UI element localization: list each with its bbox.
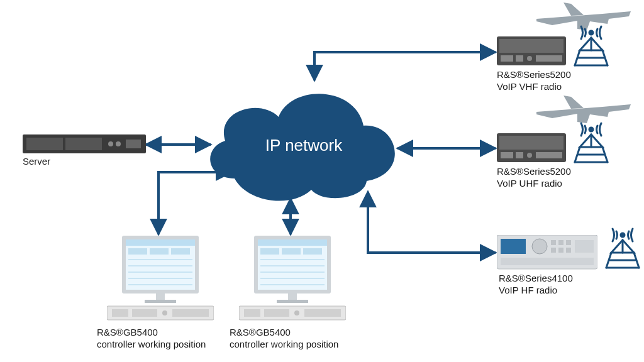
product-name: R&S®Series5200 <box>497 166 571 177</box>
svg-point-85 <box>621 233 625 237</box>
antenna-icon <box>602 226 643 269</box>
product-desc: controller working position <box>230 339 338 349</box>
radio-device-hf <box>497 235 597 270</box>
controller-label: R&S®GB5400 controller working position <box>97 327 206 351</box>
radio-device <box>497 36 566 67</box>
svg-rect-21 <box>145 300 176 303</box>
svg-rect-60 <box>516 152 523 158</box>
svg-point-61 <box>527 153 532 158</box>
svg-point-7 <box>116 141 121 146</box>
product-name: R&S®Series5200 <box>497 69 571 80</box>
svg-rect-41 <box>244 309 260 317</box>
svg-rect-32 <box>303 248 322 255</box>
svg-rect-74 <box>566 240 571 245</box>
svg-rect-29 <box>258 239 327 246</box>
svg-rect-59 <box>501 152 513 158</box>
svg-rect-28 <box>258 239 327 290</box>
cloud-label: IP network <box>263 136 345 155</box>
product-desc: VoIP HF radio <box>499 285 557 295</box>
svg-point-25 <box>162 310 167 315</box>
svg-rect-73 <box>558 240 564 245</box>
server-device <box>23 134 146 155</box>
svg-rect-62 <box>536 152 562 158</box>
svg-point-49 <box>527 56 532 61</box>
radio-device <box>497 133 566 163</box>
airplane-icon <box>533 93 634 124</box>
svg-rect-8 <box>126 140 141 148</box>
svg-rect-76 <box>558 248 564 253</box>
svg-rect-72 <box>551 240 556 245</box>
svg-rect-10 <box>126 239 195 290</box>
svg-point-6 <box>108 141 113 146</box>
svg-rect-50 <box>536 55 562 62</box>
svg-point-71 <box>532 239 547 254</box>
svg-rect-44 <box>304 309 341 317</box>
svg-rect-70 <box>501 239 526 254</box>
svg-rect-26 <box>172 309 209 317</box>
svg-rect-79 <box>501 258 594 265</box>
svg-rect-42 <box>264 309 289 317</box>
svg-rect-11 <box>126 239 195 246</box>
svg-rect-14 <box>171 248 190 255</box>
radio-label: R&S®Series5200 VoIP VHF radio <box>497 69 571 93</box>
product-name: R&S®GB5400 <box>97 327 158 337</box>
svg-point-43 <box>294 310 299 315</box>
product-desc: VoIP UHF radio <box>497 178 562 189</box>
svg-rect-39 <box>277 300 308 303</box>
svg-point-56 <box>589 31 593 35</box>
product-name: R&S®GB5400 <box>230 327 291 337</box>
svg-rect-47 <box>501 55 513 62</box>
svg-rect-24 <box>132 309 157 317</box>
svg-rect-30 <box>260 248 279 255</box>
svg-rect-38 <box>288 293 297 300</box>
svg-rect-4 <box>26 138 63 150</box>
svg-rect-13 <box>150 248 169 255</box>
radio-label: R&S®Series5200 VoIP UHF radio <box>497 166 571 190</box>
product-desc: VoIP VHF radio <box>497 81 562 92</box>
svg-rect-31 <box>282 248 301 255</box>
controller-workstation <box>107 236 214 321</box>
svg-rect-5 <box>65 138 102 150</box>
svg-rect-77 <box>566 248 571 253</box>
antenna-icon <box>571 24 611 67</box>
controller-workstation <box>239 236 346 321</box>
product-desc: controller working position <box>97 339 206 349</box>
server-label: Server <box>23 156 50 168</box>
svg-rect-75 <box>551 248 556 253</box>
product-name: R&S®Series4100 <box>499 273 573 283</box>
svg-rect-23 <box>112 309 128 317</box>
radio-label: R&S®Series4100 VoIP HF radio <box>499 273 573 297</box>
antenna-icon <box>571 121 611 163</box>
svg-point-68 <box>589 128 593 131</box>
svg-rect-20 <box>156 293 165 300</box>
svg-rect-58 <box>499 136 564 150</box>
svg-rect-48 <box>516 55 523 62</box>
svg-rect-78 <box>575 240 594 253</box>
svg-rect-12 <box>128 248 147 255</box>
controller-label: R&S®GB5400 controller working position <box>230 327 338 351</box>
svg-rect-46 <box>499 39 564 53</box>
